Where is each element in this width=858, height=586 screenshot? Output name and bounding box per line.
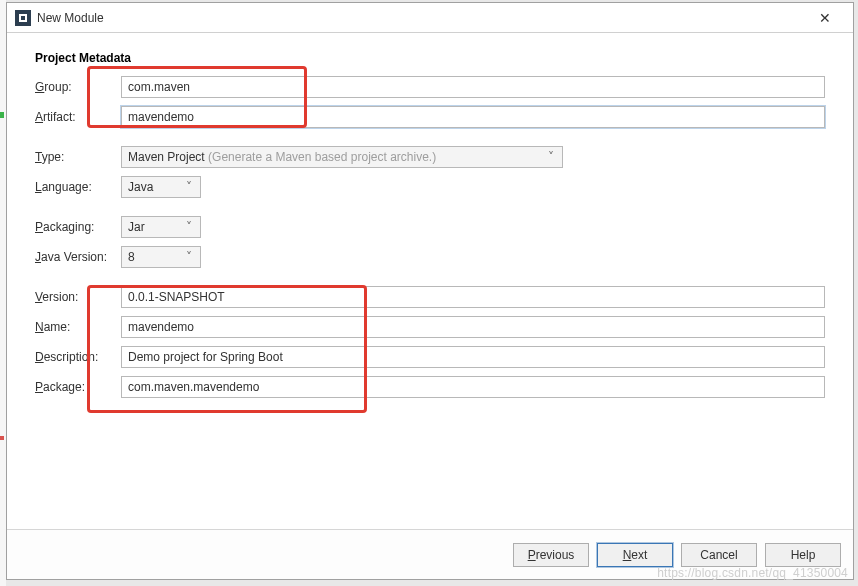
row-packaging: Packaging: Jar ˅: [35, 215, 825, 239]
label-type: Type:: [35, 150, 121, 164]
row-group: Group:: [35, 75, 825, 99]
version-input[interactable]: [121, 286, 825, 308]
chevron-down-icon: ˅: [182, 250, 196, 264]
label-package: Package:: [35, 380, 121, 394]
packaging-value: Jar: [128, 220, 145, 234]
row-package: Package:: [35, 375, 825, 399]
app-icon: [15, 10, 31, 26]
label-java-version: Java Version:: [35, 250, 121, 264]
label-artifact: Artifact:: [35, 110, 121, 124]
row-language: Language: Java ˅: [35, 175, 825, 199]
next-button[interactable]: Next: [597, 543, 673, 567]
row-version: Version:: [35, 285, 825, 309]
packaging-select[interactable]: Jar ˅: [121, 216, 201, 238]
row-type: Type: Maven Project (Generate a Maven ba…: [35, 145, 825, 169]
type-select[interactable]: Maven Project (Generate a Maven based pr…: [121, 146, 563, 168]
gutter-marker-green: [0, 112, 4, 118]
watermark-text: https://blog.csdn.net/qq_41350004: [657, 566, 848, 580]
new-module-dialog: New Module ✕ Project Metadata Group: Art…: [6, 2, 854, 580]
close-icon[interactable]: ✕: [805, 4, 845, 32]
description-input[interactable]: [121, 346, 825, 368]
artifact-input[interactable]: [121, 106, 825, 128]
help-button[interactable]: Help: [765, 543, 841, 567]
type-value: Maven Project: [128, 150, 205, 164]
label-description: Description:: [35, 350, 121, 364]
type-hint: (Generate a Maven based project archive.…: [208, 150, 436, 164]
java-version-select[interactable]: 8 ˅: [121, 246, 201, 268]
row-description: Description:: [35, 345, 825, 369]
row-java-version: Java Version: 8 ˅: [35, 245, 825, 269]
label-packaging: Packaging:: [35, 220, 121, 234]
svg-rect-1: [21, 16, 25, 20]
titlebar: New Module ✕: [7, 3, 853, 33]
chevron-down-icon: ˅: [182, 220, 196, 234]
dialog-content: Project Metadata Group: Artifact: Type: …: [7, 33, 853, 529]
language-select[interactable]: Java ˅: [121, 176, 201, 198]
previous-button[interactable]: Previous: [513, 543, 589, 567]
row-artifact: Artifact:: [35, 105, 825, 129]
language-value: Java: [128, 180, 153, 194]
package-input[interactable]: [121, 376, 825, 398]
group-input[interactable]: [121, 76, 825, 98]
label-language: Language:: [35, 180, 121, 194]
label-version: Version:: [35, 290, 121, 304]
chevron-down-icon: ˅: [182, 180, 196, 194]
name-input[interactable]: [121, 316, 825, 338]
window-title: New Module: [37, 11, 805, 25]
label-group: Group:: [35, 80, 121, 94]
java-version-value: 8: [128, 250, 135, 264]
section-heading: Project Metadata: [35, 51, 825, 65]
gutter-marker-red: [0, 436, 4, 440]
label-name: Name:: [35, 320, 121, 334]
row-name: Name:: [35, 315, 825, 339]
chevron-down-icon: ˅: [544, 150, 558, 164]
cancel-button[interactable]: Cancel: [681, 543, 757, 567]
